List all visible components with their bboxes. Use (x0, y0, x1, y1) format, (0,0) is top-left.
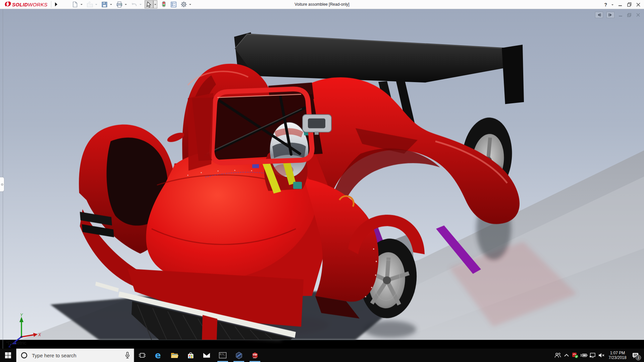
document-minimize-button[interactable] (618, 13, 623, 17)
report-list-icon (170, 1, 177, 8)
document-close-button[interactable] (635, 13, 641, 17)
document-window-controls (595, 12, 641, 18)
microphone-icon[interactable] (124, 352, 130, 359)
right-triangle-icon (55, 2, 57, 6)
taskbar-command-prompt[interactable]: C:\_ (215, 349, 231, 362)
minimize-icon (619, 13, 623, 17)
sw-letters: SW (253, 353, 257, 356)
axis-x-label: X (38, 333, 41, 337)
command-prompt-icon: C:\_ (219, 352, 227, 359)
task-view-button[interactable] (134, 349, 150, 362)
taskbar-solidworks[interactable]: SW 2017 (247, 349, 263, 362)
network-button[interactable] (588, 349, 597, 362)
save-button[interactable] (100, 0, 109, 8)
solidworks-window: SOLIDWORKS (0, 0, 644, 362)
brand-works-text: WORKS (28, 2, 47, 7)
close-button[interactable] (636, 2, 641, 7)
view-orientation-label: *Dimetric (6, 340, 26, 346)
solidworks-logo: SOLIDWORKS (0, 0, 50, 9)
clock-time: 1:07 PM (607, 351, 628, 355)
restore-button[interactable] (627, 2, 632, 7)
gear-icon (180, 1, 187, 8)
restore-icon (627, 13, 631, 17)
taskbar-mail[interactable] (199, 349, 215, 362)
print-dropdown[interactable] (124, 0, 128, 8)
close-icon (636, 3, 640, 7)
pane-left-icon (597, 13, 601, 17)
undo-icon (131, 1, 138, 8)
mail-icon (203, 352, 211, 359)
save-dropdown[interactable] (109, 0, 113, 8)
tab-grip-icon (1, 183, 3, 186)
taskbar-file-explorer[interactable] (166, 349, 182, 362)
sw-year: 2017 (253, 356, 257, 358)
taskbar-edge[interactable]: e (150, 349, 166, 362)
select-cursor-icon (146, 1, 152, 8)
system-tray: 1:07 PM 7/23/2018 3 (553, 349, 644, 362)
clock[interactable]: 1:07 PM 7/23/2018 (607, 351, 628, 360)
feature-panel-collapse-tab[interactable] (0, 177, 4, 192)
search-placeholder: Type here to search (32, 353, 124, 358)
interference-check-button[interactable] (159, 0, 168, 8)
open-folder-icon (87, 1, 93, 8)
svg-text:e: e (155, 351, 161, 360)
solidworks-resource-monitor[interactable] (571, 349, 580, 362)
task-view-icon (139, 352, 146, 359)
options-button[interactable] (179, 0, 188, 8)
document-title: Voiture assomblee [Read-only] (294, 0, 349, 9)
new-document-dropdown[interactable] (79, 0, 84, 8)
windows-taskbar: Type here to search e (0, 349, 644, 362)
taskbar-search[interactable]: Type here to search (16, 349, 134, 362)
next-pane-button[interactable] (606, 12, 614, 18)
restore-icon (627, 2, 632, 7)
titlebar: SOLIDWORKS (0, 0, 644, 9)
pane-right-icon (608, 13, 613, 17)
chevron-up-icon (564, 353, 569, 357)
notification-badge: 3 (636, 355, 641, 360)
document-restore-button[interactable] (627, 13, 632, 17)
divider (51, 1, 51, 8)
power-button[interactable] (580, 349, 588, 362)
undo-dropdown[interactable] (139, 0, 143, 8)
store-icon (187, 352, 195, 359)
people-icon (554, 352, 561, 358)
taskbar-composer[interactable] (231, 349, 247, 362)
save-icon (101, 1, 108, 8)
undo-button[interactable] (130, 0, 139, 8)
ethernet-icon (589, 352, 596, 358)
open-button[interactable] (86, 0, 94, 8)
main-toolbar (71, 0, 194, 8)
volume-button[interactable] (597, 349, 606, 362)
file-explorer-icon (170, 352, 178, 359)
select-tool-dropdown[interactable] (153, 0, 157, 8)
options-dropdown[interactable] (188, 0, 192, 8)
print-button[interactable] (115, 0, 124, 8)
battery-plug-icon (580, 353, 588, 358)
evaluate-button[interactable] (169, 0, 178, 8)
traffic-light-icon (161, 1, 167, 8)
action-center-button[interactable]: 3 (629, 349, 641, 362)
graphics-area[interactable]: Y X Z *Dimetric (0, 9, 644, 349)
close-icon (636, 13, 640, 17)
taskbar-store[interactable] (182, 349, 199, 362)
new-document-button[interactable] (71, 0, 79, 8)
brand-solid-text: SOLID (12, 2, 28, 7)
volume-muted-icon (598, 353, 605, 358)
solidworks-2017-icon: SW 2017 (251, 352, 259, 359)
minimize-icon (618, 3, 622, 7)
window-controls: ? (604, 0, 641, 9)
hexagon-app-icon (235, 352, 243, 359)
previous-pane-button[interactable] (595, 12, 603, 18)
start-button[interactable] (0, 349, 16, 362)
people-button[interactable] (553, 349, 562, 362)
help-button[interactable]: ? (604, 2, 607, 7)
select-tool-button[interactable] (145, 0, 153, 8)
help-dropdown[interactable] (611, 4, 613, 6)
car-model-render[interactable] (0, 9, 644, 349)
sw-status-icon (572, 352, 579, 359)
toolbar-flyout-arrow[interactable] (53, 1, 59, 8)
tray-overflow-button[interactable] (562, 349, 571, 362)
clock-date: 7/23/2018 (607, 355, 628, 360)
open-dropdown[interactable] (94, 0, 98, 8)
minimize-button[interactable] (618, 2, 623, 7)
